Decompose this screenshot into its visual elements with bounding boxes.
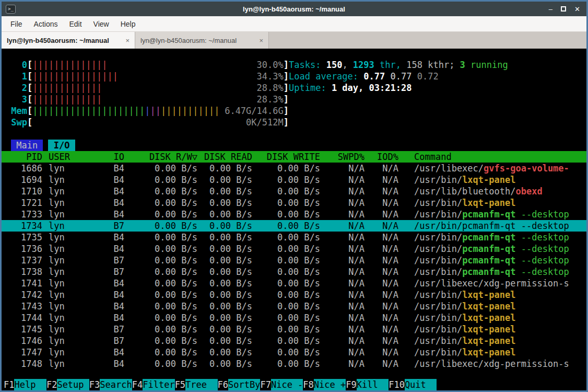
- cell-write: 0.00 B/s: [252, 197, 320, 209]
- column-header-user[interactable]: USER: [49, 151, 101, 163]
- meter-label: 1: [11, 71, 27, 82]
- cell-write: 0.00 B/s: [252, 347, 320, 358]
- tab-title: lyn@lyn-b450aorusm: ~/manual: [7, 37, 122, 44]
- cell-iod: N/A: [364, 163, 398, 174]
- menu-item-actions[interactable]: Actions: [28, 17, 64, 31]
- meter-label: Swp: [11, 117, 27, 128]
- meter-line-mem: Mem[|||||||||||||||||||||||||||||||||||6…: [2, 105, 586, 117]
- cell-io: B4: [101, 174, 124, 186]
- table-row[interactable]: 1733lynB40.00 B/s0.00 B/s0.00 B/sN/AN/A/…: [2, 209, 586, 220]
- table-row[interactable]: 1735lynB40.00 B/s0.00 B/s0.00 B/sN/AN/A/…: [2, 232, 586, 243]
- fnkey-f8-label[interactable]: Nice +: [314, 379, 346, 390]
- cell-user: lyn: [49, 289, 101, 301]
- column-header-io[interactable]: IO: [101, 151, 124, 163]
- table-row[interactable]: 1743lynB40.00 B/s0.00 B/s0.00 B/sN/AN/A/…: [2, 301, 586, 312]
- table-row[interactable]: 1738lynB70.00 B/s0.00 B/s0.00 B/sN/AN/A/…: [2, 266, 586, 278]
- tab-close-icon[interactable]: ×: [125, 37, 130, 44]
- fnkey-f9-label[interactable]: Kill: [357, 379, 389, 390]
- menu-item-view[interactable]: View: [88, 17, 115, 31]
- table-row[interactable]: 1710lynB40.00 B/s0.00 B/s0.00 B/sN/AN/A/…: [2, 186, 586, 197]
- cell-user: lyn: [49, 324, 101, 335]
- info-token: kthr;: [422, 60, 460, 70]
- column-header-read[interactable]: DISK READ: [197, 151, 252, 163]
- tab-close-icon[interactable]: ×: [259, 37, 263, 44]
- cell-pid: 1737: [11, 255, 42, 266]
- meter-value: 28.8%: [257, 82, 284, 94]
- column-header-write[interactable]: DISK WRITE: [252, 151, 320, 163]
- minimize-button[interactable]: –: [549, 6, 552, 13]
- cell-iod: N/A: [364, 220, 398, 232]
- table-row[interactable]: 1736lynB40.00 B/s0.00 B/s0.00 B/sN/AN/A/…: [2, 243, 586, 255]
- meter-label: 3: [11, 94, 27, 105]
- table-row[interactable]: 1746lynB70.00 B/s0.00 B/s0.00 B/sN/AN/A/…: [2, 335, 586, 347]
- fnkey-f3-label[interactable]: Search: [100, 379, 132, 390]
- column-header-pid[interactable]: PID: [11, 151, 42, 163]
- column-header-swpd[interactable]: SWPD%: [320, 151, 364, 163]
- meter-bars: ||||||||||||||: [32, 59, 256, 71]
- cell-swpd: N/A: [320, 289, 364, 301]
- cell-rw: 0.00 B/s: [124, 289, 197, 301]
- info-token: Uptime:: [289, 83, 332, 93]
- menu-item-help[interactable]: Help: [115, 17, 142, 31]
- table-row[interactable]: 1745lynB70.00 B/s0.00 B/s0.00 B/sN/AN/A/…: [2, 324, 586, 335]
- table-row[interactable]: 1734lynB70.00 B/s0.00 B/s0.00 B/sN/AN/A/…: [2, 220, 586, 232]
- cell-io: B7: [101, 324, 124, 335]
- table-row[interactable]: 1737lynB70.00 B/s0.00 B/s0.00 B/sN/AN/A/…: [2, 255, 586, 266]
- info-token: 0.72: [417, 71, 439, 82]
- screen-tab-main[interactable]: Main: [11, 140, 43, 151]
- menu-item-file[interactable]: File: [5, 17, 28, 31]
- fnkey-f5-label[interactable]: Tree: [185, 379, 217, 390]
- command-part: pcmanfm-qt: [462, 267, 515, 277]
- cell-io: B4: [101, 197, 124, 209]
- blank-line: [2, 128, 586, 140]
- meter-bar-segment: |||||||||||||: [32, 94, 102, 105]
- fnkey-f1-label[interactable]: Help: [14, 379, 46, 390]
- table-row[interactable]: 1747lynB40.00 B/s0.00 B/s0.00 B/sN/AN/A/…: [2, 347, 586, 358]
- table-row[interactable]: 1686lynB40.00 B/s0.00 B/s0.00 B/sN/AN/A/…: [2, 163, 586, 174]
- title-bar[interactable]: >_ lyn@lyn-b450aorusm: ~/manual – ✕: [2, 2, 586, 16]
- terminal-tab-1[interactable]: lyn@lyn-b450aorusm: ~/manual×: [2, 32, 135, 49]
- fnkey-f6-label[interactable]: SortBy: [228, 379, 260, 390]
- fnkey-f2-label[interactable]: Setup: [57, 379, 89, 390]
- meter-bars: |||||||||||||: [32, 82, 256, 94]
- table-row[interactable]: 1744lynB40.00 B/s0.00 B/s0.00 B/sN/AN/A/…: [2, 312, 586, 324]
- column-header-rw[interactable]: DISK R/W▽: [124, 151, 197, 163]
- cell-swpd: N/A: [320, 278, 364, 289]
- command-part: /usr/bin/: [414, 175, 462, 185]
- window-controls: – ✕: [549, 6, 580, 13]
- maximize-button[interactable]: [561, 6, 566, 11]
- cell-command: /usr/bin/lxqt-panel: [414, 324, 586, 335]
- fnkey-f4-label[interactable]: Filter: [143, 379, 174, 390]
- close-button[interactable]: ✕: [574, 6, 580, 13]
- terminal-tab-2[interactable]: lyn@lyn-b450aorusm: ~/manual×: [135, 32, 269, 49]
- cell-user: lyn: [49, 232, 101, 243]
- cell-command: /usr/bin/lxqt-panel: [414, 335, 586, 347]
- table-row[interactable]: 1741lynB40.00 B/s0.00 B/s0.00 B/sN/AN/A/…: [2, 278, 586, 289]
- terminal-screen[interactable]: 0[||||||||||||||30.0%]Tasks: 150, 1293 t…: [2, 49, 586, 390]
- cell-io: B4: [101, 243, 124, 255]
- fnkey-f10-label[interactable]: Quit: [405, 379, 437, 390]
- table-row[interactable]: 1721lynB40.00 B/s0.00 B/s0.00 B/sN/AN/A/…: [2, 197, 586, 209]
- info-token: Load average:: [289, 71, 363, 82]
- cell-swpd: N/A: [320, 347, 364, 358]
- menu-item-edit[interactable]: Edit: [63, 17, 87, 31]
- cell-io: B4: [101, 358, 124, 370]
- cell-command: /usr/bin/lxqt-panel: [414, 174, 586, 186]
- column-header-cmd[interactable]: Command: [414, 151, 586, 163]
- cell-command: /usr/bin/lxqt-panel: [414, 312, 586, 324]
- cell-read: 0.00 B/s: [197, 163, 252, 174]
- screen-tab-io[interactable]: I/O: [48, 140, 75, 151]
- table-row[interactable]: 1742lynB40.00 B/s0.00 B/s0.00 B/sN/AN/A/…: [2, 289, 586, 301]
- column-header-iod[interactable]: IOD%: [364, 151, 398, 163]
- cell-read: 0.00 B/s: [197, 266, 252, 278]
- fnkey-f6-key: F6: [218, 379, 228, 390]
- table-row[interactable]: 1694lynB40.00 B/s0.00 B/s0.00 B/sN/AN/A/…: [2, 174, 586, 186]
- cell-io: B4: [101, 209, 124, 220]
- cell-command: /usr/bin/lxqt-panel: [414, 289, 586, 301]
- cell-command: /usr/lib/bluetooth/obexd: [414, 186, 586, 197]
- table-row[interactable]: 1748lynB40.00 B/s0.00 B/s0.00 B/sN/AN/A/…: [2, 358, 586, 370]
- swp-meter: Swp[0K/512M]: [11, 117, 289, 128]
- fnkey-f8-key: F8: [303, 379, 313, 390]
- fnkey-f7-label[interactable]: Nice -: [271, 379, 303, 390]
- fnkey-f5-key: F5: [175, 379, 185, 390]
